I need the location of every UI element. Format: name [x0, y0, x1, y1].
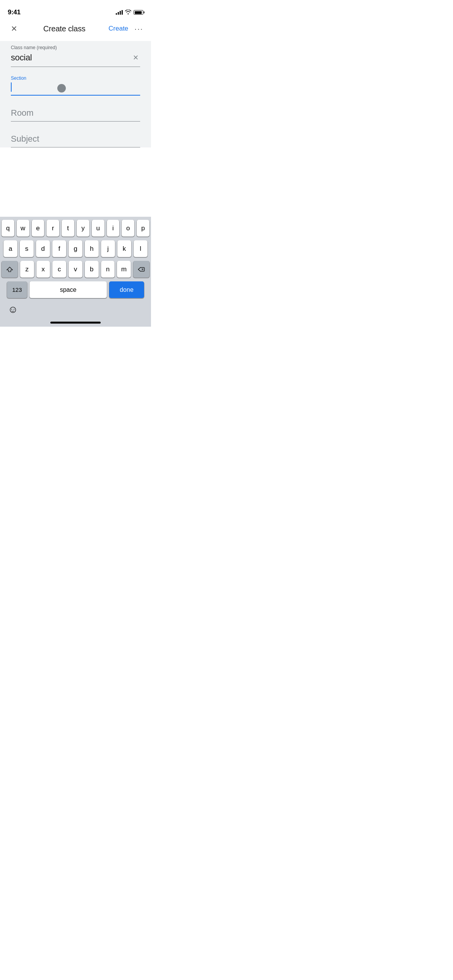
- emoji-button[interactable]: ☺: [8, 303, 18, 315]
- done-button[interactable]: done: [109, 281, 144, 298]
- subject-input-row: Subject: [11, 130, 140, 147]
- key-m[interactable]: m: [117, 261, 131, 278]
- status-time: 9:41: [8, 9, 21, 16]
- section-input-row: [11, 82, 140, 96]
- create-button[interactable]: Create: [108, 25, 128, 33]
- key-d[interactable]: d: [36, 240, 50, 257]
- status-bar: 9:41: [0, 0, 151, 19]
- key-x[interactable]: x: [36, 261, 50, 278]
- delete-button[interactable]: [133, 261, 149, 278]
- key-w[interactable]: w: [17, 220, 29, 236]
- class-name-field[interactable]: Class name (required) social ✕: [6, 41, 145, 67]
- class-name-label: Class name (required): [11, 45, 140, 50]
- key-a[interactable]: a: [3, 240, 17, 257]
- wifi-icon: [125, 9, 131, 15]
- key-j[interactable]: j: [101, 240, 115, 257]
- more-button[interactable]: ···: [134, 25, 143, 33]
- keyboard-bottom-bar: ☺: [0, 300, 151, 319]
- key-u[interactable]: u: [92, 220, 105, 236]
- keyboard: q w e r t y u i o p a s d f g h j k l: [0, 217, 151, 327]
- key-l[interactable]: l: [134, 240, 148, 257]
- section-field[interactable]: Section: [6, 72, 145, 96]
- key-b[interactable]: b: [85, 261, 99, 278]
- keyboard-row-4: 123 space done: [2, 281, 149, 298]
- section-label: Section: [11, 75, 140, 81]
- key-h[interactable]: h: [85, 240, 99, 257]
- room-input-row: Room: [11, 104, 140, 122]
- key-q[interactable]: q: [2, 220, 14, 236]
- close-button[interactable]: ✕: [8, 24, 20, 33]
- class-name-value: social: [11, 53, 131, 63]
- room-placeholder: Room: [11, 108, 140, 118]
- nav-header: ✕ Create class Create ···: [0, 19, 151, 38]
- key-v[interactable]: v: [69, 261, 82, 278]
- clear-class-name-button[interactable]: ✕: [131, 52, 140, 63]
- home-indicator: [50, 322, 101, 324]
- battery-icon: [134, 10, 143, 15]
- key-e[interactable]: e: [32, 220, 45, 236]
- keyboard-row-2: a s d f g h j k l: [2, 240, 149, 257]
- home-indicator-wrapper: [0, 319, 151, 327]
- text-cursor: [11, 82, 12, 92]
- key-p[interactable]: p: [137, 220, 149, 236]
- space-button[interactable]: space: [29, 281, 107, 298]
- key-n[interactable]: n: [101, 261, 115, 278]
- class-name-input-row: social ✕: [11, 52, 140, 67]
- key-k[interactable]: k: [117, 240, 131, 257]
- subject-placeholder: Subject: [11, 134, 140, 144]
- key-y[interactable]: y: [77, 220, 89, 236]
- key-c[interactable]: c: [52, 261, 66, 278]
- key-t[interactable]: t: [62, 220, 74, 236]
- page-title: Create class: [43, 24, 86, 33]
- shift-button[interactable]: [2, 261, 18, 278]
- keyboard-rows: q w e r t y u i o p a s d f g h j k l: [0, 217, 151, 300]
- key-z[interactable]: z: [20, 261, 34, 278]
- status-icons: [116, 9, 143, 15]
- key-i[interactable]: i: [107, 220, 120, 236]
- key-f[interactable]: f: [52, 240, 66, 257]
- drag-handle[interactable]: [57, 84, 66, 93]
- key-r[interactable]: r: [46, 220, 59, 236]
- nav-actions: Create ···: [108, 25, 143, 33]
- keyboard-row-3: z x c v b n m: [2, 261, 149, 278]
- signal-icon: [116, 10, 123, 15]
- keyboard-row-1: q w e r t y u i o p: [2, 220, 149, 236]
- numbers-button[interactable]: 123: [7, 281, 27, 298]
- key-s[interactable]: s: [20, 240, 34, 257]
- key-o[interactable]: o: [122, 220, 134, 236]
- form-area: Class name (required) social ✕ Section R…: [0, 41, 151, 147]
- subject-field[interactable]: Subject: [6, 126, 145, 147]
- key-g[interactable]: g: [69, 240, 82, 257]
- room-field[interactable]: Room: [6, 100, 145, 122]
